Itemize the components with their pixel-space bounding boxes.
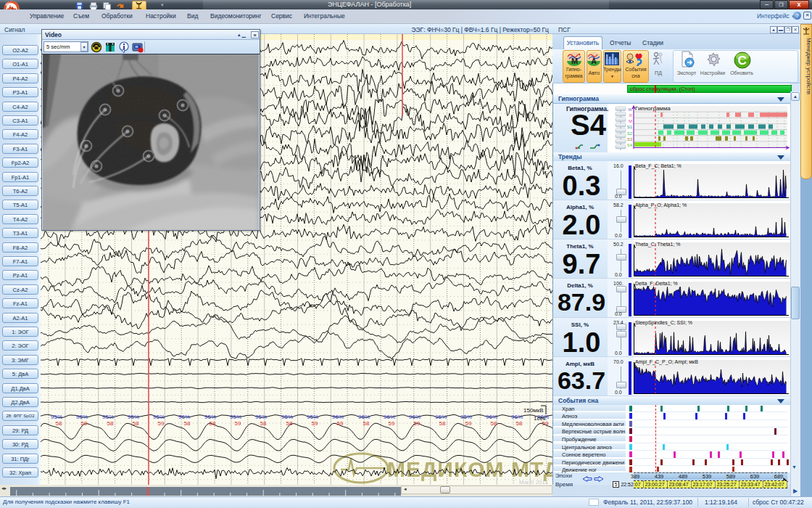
- svg-text:58: 58: [363, 420, 370, 427]
- svg-text:R: R: [629, 113, 633, 118]
- svg-text:59: 59: [312, 420, 318, 427]
- svg-text:S2: S2: [627, 131, 633, 136]
- svg-text:95%: 95%: [255, 414, 267, 420]
- svg-text:96%: 96%: [384, 414, 395, 420]
- svg-text:S1: S1: [627, 125, 633, 129]
- svg-text:95%: 95%: [102, 414, 114, 420]
- svg-text:M: M: [571, 57, 578, 65]
- svg-text:58: 58: [439, 420, 446, 427]
- svg-text:M: M: [629, 119, 632, 123]
- svg-text:59: 59: [158, 420, 165, 427]
- svg-text:150мкВ: 150мкВ: [523, 407, 544, 414]
- svg-text:59: 59: [81, 420, 88, 427]
- svg-text:59: 59: [235, 420, 241, 427]
- svg-text:58: 58: [184, 420, 191, 427]
- svg-text:58: 58: [491, 420, 497, 427]
- svg-text:58: 58: [56, 420, 62, 427]
- svg-text:95%: 95%: [230, 414, 241, 420]
- svg-text:S3: S3: [627, 137, 633, 142]
- svg-text:96%: 96%: [332, 414, 344, 420]
- svg-text:59: 59: [465, 420, 472, 427]
- svg-text:W: W: [628, 107, 632, 112]
- svg-text:S4: S4: [627, 143, 633, 147]
- svg-text:58: 58: [210, 420, 216, 427]
- svg-text:Гипнограмма: Гипнограмма: [635, 105, 671, 112]
- svg-text:95%: 95%: [51, 414, 62, 420]
- svg-text:A: A: [592, 57, 597, 65]
- svg-text:95%: 95%: [204, 414, 216, 420]
- svg-text:96%: 96%: [409, 414, 420, 420]
- svg-text:58: 58: [260, 420, 267, 427]
- svg-text:95%: 95%: [281, 414, 293, 420]
- svg-text:95%: 95%: [153, 414, 165, 420]
- svg-text:58: 58: [107, 420, 114, 427]
- svg-text:96%: 96%: [435, 414, 447, 420]
- svg-text:96%: 96%: [511, 414, 523, 420]
- svg-text:96%: 96%: [178, 414, 190, 420]
- svg-text:95%: 95%: [307, 414, 318, 420]
- svg-text:95%: 95%: [76, 414, 88, 420]
- svg-text:58: 58: [516, 420, 523, 427]
- svg-text:1сек: 1сек: [534, 415, 546, 422]
- svg-text:59: 59: [337, 420, 344, 427]
- svg-text:96%: 96%: [358, 414, 370, 420]
- svg-text:96%: 96%: [486, 414, 497, 420]
- svg-text:МЕДИКОМ МТД: МЕДИКОМ МТД: [387, 457, 552, 481]
- svg-text:95%: 95%: [128, 414, 139, 420]
- svg-text:59: 59: [414, 420, 420, 427]
- svg-text:Mar 0 2011: Mar 0 2011: [519, 479, 548, 485]
- svg-text:58: 58: [286, 420, 293, 427]
- svg-text:C: C: [738, 54, 747, 67]
- svg-text:58: 58: [133, 420, 139, 427]
- svg-text:95%: 95%: [460, 414, 472, 420]
- svg-text:59: 59: [389, 420, 395, 427]
